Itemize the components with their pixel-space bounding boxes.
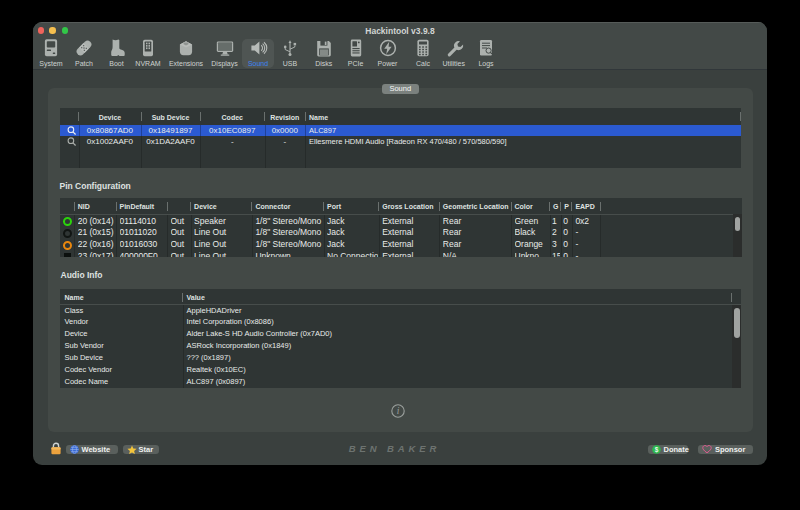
svg-text:i: i — [396, 406, 399, 416]
svg-text:$: $ — [655, 446, 659, 454]
